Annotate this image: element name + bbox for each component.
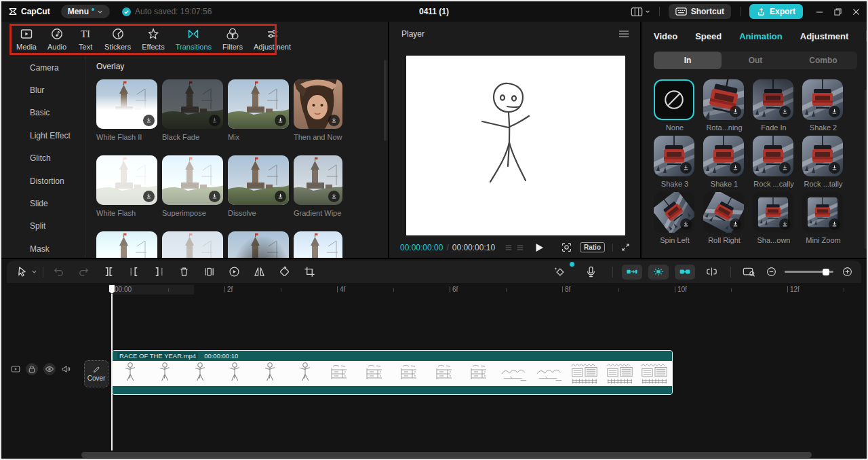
transition-card-then-and-now[interactable]: Then and Now xyxy=(294,79,342,141)
tab-transitions[interactable]: Transitions xyxy=(170,27,217,51)
transition-card[interactable] xyxy=(96,231,157,258)
timeline-view-options-button[interactable] xyxy=(740,263,757,281)
download-icon[interactable] xyxy=(730,162,741,174)
keyframe-button[interactable] xyxy=(547,263,572,281)
download-icon[interactable] xyxy=(779,162,791,174)
preset-tile[interactable] xyxy=(753,79,793,120)
vertical-scrollbar[interactable] xyxy=(865,90,867,249)
delete-button[interactable] xyxy=(172,263,197,281)
transition-card-superimpose[interactable]: Superimpose xyxy=(162,155,223,217)
segment-out[interactable]: Out xyxy=(722,52,789,69)
download-icon[interactable] xyxy=(143,115,155,126)
transition-card-white-flash-ii[interactable]: White Flash II xyxy=(96,79,157,141)
shortcut-button[interactable]: Shortcut xyxy=(669,4,731,19)
preset-tile[interactable] xyxy=(802,136,843,176)
overwrite-mode-button[interactable] xyxy=(622,265,642,280)
preset-tile[interactable] xyxy=(753,136,793,176)
preset-none-tile[interactable] xyxy=(654,79,694,120)
animation-preset-rota-ning[interactable]: Rota...ning xyxy=(703,79,745,132)
inspector-tab-video[interactable]: Video xyxy=(654,31,677,41)
transition-card[interactable] xyxy=(228,231,289,258)
tab-filters[interactable]: Filters xyxy=(217,27,248,51)
slider-handle[interactable] xyxy=(823,269,829,275)
transition-card[interactable] xyxy=(294,231,342,258)
freeze-frame-button[interactable] xyxy=(197,263,222,281)
download-icon[interactable] xyxy=(143,191,155,202)
download-icon[interactable] xyxy=(328,115,340,126)
frame-list-icon[interactable] xyxy=(505,244,513,252)
tab-effects[interactable]: Effects xyxy=(136,27,170,51)
animation-preset-mini-zoom[interactable]: Mini Zoom xyxy=(802,192,844,244)
ratio-button[interactable]: Ratio xyxy=(580,242,605,252)
fullscreen-icon[interactable] xyxy=(620,242,631,252)
download-icon[interactable] xyxy=(779,106,791,117)
record-voiceover-button[interactable] xyxy=(578,263,604,281)
timeline-zoom-slider[interactable] xyxy=(785,268,833,276)
animation-preset-none[interactable]: None xyxy=(654,79,696,132)
play-button[interactable] xyxy=(535,243,544,252)
zoom-in-icon[interactable] xyxy=(840,263,854,281)
download-icon[interactable] xyxy=(275,191,286,202)
segment-in[interactable]: In xyxy=(654,52,722,69)
redo-button[interactable] xyxy=(71,263,96,281)
segment-combo[interactable]: Combo xyxy=(789,52,857,69)
download-icon[interactable] xyxy=(829,218,840,230)
undo-button[interactable] xyxy=(46,263,71,281)
preview-axis-button[interactable] xyxy=(701,263,722,281)
split-button[interactable] xyxy=(96,263,121,281)
delete-right-button[interactable] xyxy=(146,263,172,281)
download-icon[interactable] xyxy=(275,115,286,126)
category-camera[interactable]: Camera xyxy=(1,56,85,79)
animation-preset-spin-left[interactable]: Spin Left xyxy=(654,192,696,244)
rotate-button[interactable] xyxy=(272,263,297,281)
category-blur[interactable]: Blur xyxy=(1,79,85,101)
category-split[interactable]: Split xyxy=(1,215,85,237)
preset-tile[interactable] xyxy=(753,192,793,233)
category-basic[interactable]: Basic xyxy=(1,102,85,124)
workspace-layout-button[interactable] xyxy=(631,7,650,17)
download-icon[interactable] xyxy=(829,106,840,117)
transition-card-white-flash[interactable]: White Flash xyxy=(96,155,157,217)
animation-preset-rock-tally[interactable]: Rock ...tally xyxy=(802,136,844,188)
preset-tile[interactable] xyxy=(703,192,744,233)
animation-preset-shake-1[interactable]: Shake 1 xyxy=(703,136,745,188)
magnetic-snap-button[interactable] xyxy=(648,265,669,280)
tab-stickers[interactable]: Stickers xyxy=(99,27,136,51)
inspector-tab-adjustment[interactable]: Adjustment xyxy=(800,31,849,41)
animation-preset-rock-cally[interactable]: Rock ...cally xyxy=(753,136,795,188)
download-icon[interactable] xyxy=(328,191,340,202)
close-button[interactable] xyxy=(852,8,860,16)
transition-card-gradient-wipe[interactable]: Gradient Wipe xyxy=(294,155,342,217)
inspector-tab-animation[interactable]: Animation xyxy=(739,31,783,41)
transition-card-mix[interactable]: Mix xyxy=(228,79,289,141)
delete-left-button[interactable] xyxy=(121,263,146,281)
download-icon[interactable] xyxy=(730,106,741,117)
tab-adjustment[interactable]: Adjustment xyxy=(248,27,296,51)
download-icon[interactable] xyxy=(209,115,220,126)
mirror-button[interactable] xyxy=(247,263,272,281)
download-icon[interactable] xyxy=(680,162,692,174)
zoom-out-icon[interactable] xyxy=(764,263,778,281)
preset-tile[interactable] xyxy=(703,79,744,120)
animation-preset-fade-in[interactable]: Fade In xyxy=(753,79,795,132)
download-icon[interactable] xyxy=(730,218,741,230)
tab-media[interactable]: Media xyxy=(11,27,42,51)
focus-icon[interactable] xyxy=(561,242,572,253)
inspector-tab-speed[interactable]: Speed xyxy=(695,31,722,41)
select-tool-button[interactable] xyxy=(14,263,37,281)
player-menu-icon[interactable] xyxy=(618,30,629,38)
preset-tile[interactable] xyxy=(802,192,843,233)
tab-text[interactable]: TIText xyxy=(72,27,99,51)
minimize-button[interactable] xyxy=(816,8,823,16)
preset-tile[interactable] xyxy=(703,136,744,176)
export-button[interactable]: Export xyxy=(749,4,803,19)
menu-button[interactable]: Menu xyxy=(61,5,110,18)
horizontal-scrollbar[interactable] xyxy=(81,452,812,458)
download-icon[interactable] xyxy=(829,162,840,174)
tab-audio[interactable]: Audio xyxy=(42,27,72,51)
download-icon[interactable] xyxy=(209,191,220,202)
animation-preset-roll-right[interactable]: Roll Right xyxy=(703,192,745,244)
mute-track-button[interactable] xyxy=(61,364,71,374)
lock-track-button[interactable] xyxy=(26,363,38,375)
preset-tile[interactable] xyxy=(802,79,843,120)
